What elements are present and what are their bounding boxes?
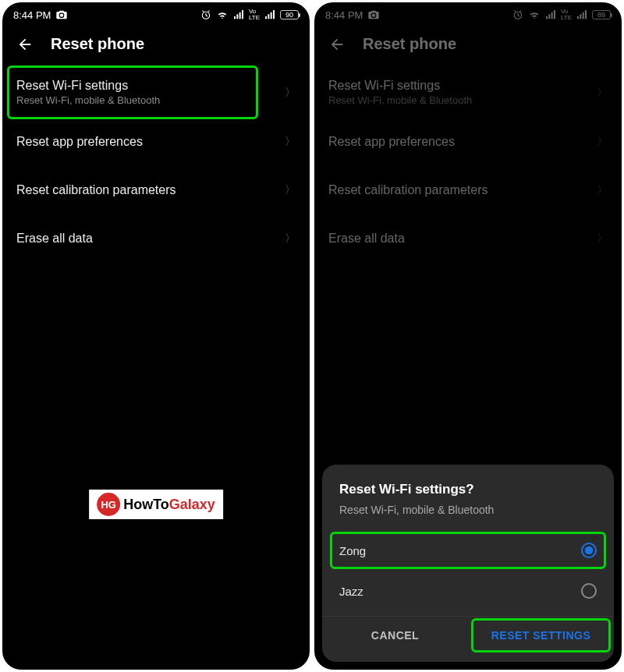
item-title: Erase all data: [16, 232, 93, 246]
option-zong[interactable]: Zong: [322, 530, 614, 571]
chevron-right-icon: 〉: [285, 135, 296, 149]
option-label: Zong: [339, 544, 366, 557]
back-arrow-icon: [328, 36, 346, 53]
page-header: Reset phone: [2, 24, 310, 67]
watermark-text-1: HowTo: [123, 497, 169, 513]
svg-point-2: [372, 14, 375, 17]
item-reset-calibration[interactable]: Reset calibration parameters 〉: [314, 166, 622, 214]
item-erase-all[interactable]: Erase all data 〉: [2, 214, 310, 263]
signal-icon: [544, 9, 557, 21]
wifi-icon: [216, 9, 229, 21]
phone-screen-right: 8:44 PM VoLTE 89 Reset phone Reset Wi-Fi: [314, 2, 622, 670]
battery-icon: 90: [280, 10, 299, 19]
watermark: HG HowTo Galaxy: [89, 490, 223, 519]
chevron-right-icon: 〉: [285, 232, 296, 246]
status-left: 8:44 PM: [325, 9, 380, 21]
volte-icon: VoLTE: [561, 9, 572, 21]
watermark-text-2: Galaxy: [169, 497, 215, 513]
reset-settings-button[interactable]: RESET SETTINGS: [468, 617, 614, 654]
item-reset-app-prefs[interactable]: Reset app preferences 〉: [2, 118, 310, 166]
camera-icon: [55, 9, 68, 21]
dialog-subtitle: Reset Wi-Fi, mobile & Bluetooth: [322, 504, 614, 530]
page-header: Reset phone: [314, 24, 622, 67]
item-reset-wifi[interactable]: Reset Wi-Fi settings Reset Wi-Fi, mobile…: [314, 67, 622, 118]
radio-selected-icon: [581, 543, 597, 558]
option-label: Jazz: [339, 585, 363, 598]
dialog-actions: CANCEL RESET SETTINGS: [322, 616, 614, 654]
chevron-right-icon: 〉: [597, 135, 608, 149]
back-button[interactable]: [328, 36, 346, 53]
back-button[interactable]: [16, 36, 34, 53]
dialog-title: Reset Wi-Fi settings?: [322, 482, 614, 504]
item-reset-calibration[interactable]: Reset calibration parameters 〉: [2, 166, 310, 214]
phone-screen-left: 8:44 PM VoLTE 90 Reset phone Reset Wi-Fi…: [2, 2, 310, 670]
item-title: Reset app preferences: [328, 135, 455, 149]
reset-wifi-dialog: Reset Wi-Fi settings? Reset Wi-Fi, mobil…: [322, 465, 614, 662]
item-subtitle: Reset Wi-Fi, mobile & Bluetooth: [16, 94, 160, 106]
page-title: Reset phone: [363, 35, 456, 53]
radio-unselected-icon: [581, 583, 597, 599]
option-jazz[interactable]: Jazz: [322, 571, 614, 611]
chevron-right-icon: 〉: [285, 86, 296, 100]
signal-icon-2: [264, 9, 276, 21]
item-reset-wifi[interactable]: Reset Wi-Fi settings Reset Wi-Fi, mobile…: [2, 67, 310, 118]
status-right: VoLTE 89: [512, 9, 611, 21]
settings-list: Reset Wi-Fi settings Reset Wi-Fi, mobile…: [314, 67, 622, 263]
confirm-label: RESET SETTINGS: [491, 629, 591, 642]
cancel-button[interactable]: CANCEL: [322, 617, 468, 654]
volte-icon: VoLTE: [249, 9, 260, 21]
item-title: Reset Wi-Fi settings: [328, 79, 472, 93]
chevron-right-icon: 〉: [285, 183, 296, 197]
alarm-icon: [512, 9, 524, 21]
chevron-right-icon: 〉: [597, 183, 608, 197]
highlight-box: [330, 532, 606, 569]
status-bar: 8:44 PM VoLTE 90: [2, 2, 310, 24]
settings-list: Reset Wi-Fi settings Reset Wi-Fi, mobile…: [2, 67, 310, 263]
status-left: 8:44 PM: [13, 9, 68, 21]
status-time: 8:44 PM: [325, 9, 363, 21]
item-reset-app-prefs[interactable]: Reset app preferences 〉: [314, 118, 622, 166]
svg-point-0: [60, 14, 63, 17]
alarm-icon: [200, 9, 212, 21]
wifi-icon: [528, 9, 541, 21]
item-subtitle: Reset Wi-Fi, mobile & Bluetooth: [328, 94, 472, 106]
item-title: Reset Wi-Fi settings: [16, 79, 160, 93]
chevron-right-icon: 〉: [597, 232, 608, 246]
camera-icon: [367, 9, 380, 21]
watermark-logo-icon: HG: [97, 493, 120, 516]
status-right: VoLTE 90: [200, 9, 299, 21]
item-title: Reset calibration parameters: [328, 183, 488, 197]
item-title: Erase all data: [328, 232, 405, 246]
item-title: Reset calibration parameters: [16, 183, 176, 197]
battery-icon: 89: [592, 10, 611, 19]
signal-icon: [232, 9, 245, 21]
item-title: Reset app preferences: [16, 135, 143, 149]
signal-icon-2: [576, 9, 588, 21]
status-bar: 8:44 PM VoLTE 89: [314, 2, 622, 24]
page-title: Reset phone: [51, 35, 144, 53]
item-erase-all[interactable]: Erase all data 〉: [314, 214, 622, 263]
status-time: 8:44 PM: [13, 9, 51, 21]
back-arrow-icon: [16, 36, 34, 53]
chevron-right-icon: 〉: [597, 86, 608, 100]
